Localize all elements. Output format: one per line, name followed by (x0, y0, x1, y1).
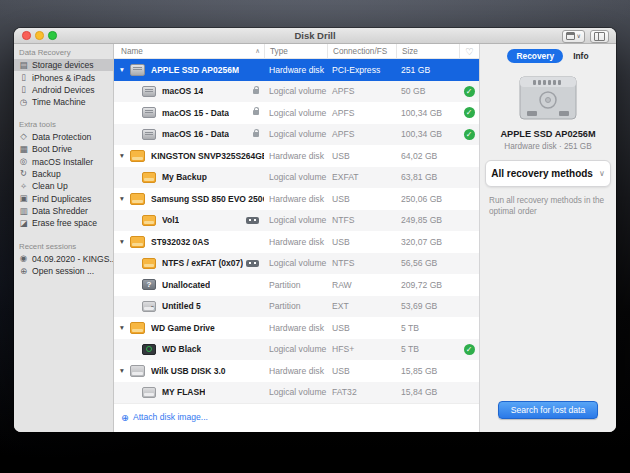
table-row-ntfs-exfat-0x07[interactable]: NTFS / exFAT (0x07)Logical volumeNTFS56,… (114, 253, 479, 275)
cell-name: ▾WD Game Drive (114, 322, 264, 334)
cell-name: ?Unallocated (114, 279, 264, 290)
cell-name: 5Untitled 5 (114, 301, 264, 312)
wd-black-drive-icon (142, 344, 156, 355)
cell-status: ✓ (459, 107, 479, 118)
table-row-st932032-0as[interactable]: ▾ST932032 0ASHardware diskUSB320,07 GB (114, 231, 479, 253)
table-row-wd-game-drive[interactable]: ▾WD Game DriveHardware diskUSB5 TB (114, 317, 479, 339)
table-row-apple-ssd-ap0256m[interactable]: ▾APPLE SSD AP0256MHardware diskPCI-Expre… (114, 59, 479, 81)
sidebar-item-label: 04.09.2020 - KINGS... (32, 254, 114, 264)
sidebar-item-label: macOS Installer (32, 157, 93, 167)
cell-size: 15,84 GB (396, 387, 459, 397)
table-row-samsung-ssd-850-evo-250g[interactable]: ▾Samsung SSD 850 EVO 250GHardware diskUS… (114, 188, 479, 210)
sidebar-item-boot-drive[interactable]: ▦Boot Drive (14, 143, 113, 155)
disclosure-triangle-icon[interactable]: ▾ (120, 237, 130, 247)
heart-icon: ♡ (465, 46, 474, 57)
tab-recovery[interactable]: Recovery (507, 49, 563, 63)
column-header-size[interactable]: Size (396, 44, 459, 58)
sidebar-item-android-devices[interactable]: ▯Android Devices (14, 84, 113, 96)
cell-type: Partition (264, 301, 327, 311)
table-row-kingston-snvp325s264gb[interactable]: ▾KINGSTON SNVP325S264GBHardware diskUSB6… (114, 145, 479, 167)
cell-name: Vol1 (114, 215, 264, 226)
column-header-type[interactable]: Type (264, 44, 327, 58)
partition-number-label: 5 (151, 306, 154, 311)
sidebar-item-time-machine[interactable]: ◷Time Machine (14, 96, 113, 108)
disclosure-triangle-icon[interactable]: ▾ (120, 366, 130, 376)
cell-name: ▾Samsung SSD 850 EVO 250G (114, 193, 264, 205)
sidebar: Data Recovery▤Storage devices▯iPhones & … (14, 44, 114, 432)
external-drive-icon (142, 215, 156, 226)
table-row-vol1[interactable]: Vol1Logical volumeNTFS249,85 GB (114, 210, 479, 232)
zoom-window-button[interactable] (48, 31, 57, 40)
sidebar-item-data-protection[interactable]: ◇Data Protection (14, 131, 113, 143)
cell-type: Hardware disk (264, 323, 327, 333)
device-name-label: Samsung SSD 850 EVO 250G (151, 194, 264, 204)
table-row-untitled-5[interactable]: 5Untitled 5PartitionEXT53,69 GB (114, 296, 479, 318)
column-header-type-label: Type (270, 47, 288, 56)
sidebar-item-macos-installer[interactable]: ◎macOS Installer (14, 155, 113, 167)
cell-connection: EXFAT (327, 172, 396, 182)
data-shredder-icon: ▥ (19, 207, 28, 216)
cell-size: 53,69 GB (396, 301, 459, 311)
table-row-macos-16-data[interactable]: macOS 16 - DataLogical volumeAPFS100,34 … (114, 124, 479, 146)
sidebar-item-label: Clean Up (32, 181, 68, 191)
sidebar-section-title: Recent sessions (14, 239, 113, 253)
cell-name: My Backup (114, 172, 264, 183)
table-row-macos-15-data[interactable]: macOS 15 - DataLogical volumeAPFS100,34 … (114, 102, 479, 124)
table-row-macos-14[interactable]: macOS 14Logical volumeAPFS50 GB✓ (114, 81, 479, 103)
recovery-method-dropdown[interactable]: All recovery methods ∨ (485, 160, 611, 187)
close-window-button[interactable] (22, 31, 31, 40)
view-options-button[interactable]: ∨ (562, 30, 585, 43)
sidebar-item-clean-up[interactable]: ✧Clean Up (14, 180, 113, 192)
table-row-unallocated[interactable]: ?UnallocatedPartitionRAW209,72 GB (114, 274, 479, 296)
disk-drill-window: Disk Drill ∨ Data Recovery▤Storage devic… (14, 28, 616, 432)
cell-connection: HFS+ (327, 344, 396, 354)
sidebar-section-title: Extra tools (14, 117, 113, 131)
disclosure-triangle-icon[interactable]: ▾ (120, 151, 130, 161)
cell-size: 63,81 GB (396, 172, 459, 182)
cell-name: ▾ST932032 0AS (114, 236, 264, 248)
column-header-name[interactable]: Name ∧ (114, 44, 264, 58)
cell-connection: USB (327, 194, 396, 204)
table-row-wilk-usb-disk-3-0[interactable]: ▾Wilk USB DISK 3.0Hardware diskUSB15,85 … (114, 360, 479, 382)
attach-disk-image-label: Attach disk image... (133, 412, 208, 422)
attach-row: ⊕ Attach disk image... (114, 403, 479, 432)
external-drive-icon (130, 150, 145, 162)
sidebar-item-iphones-ipads[interactable]: ▯iPhones & iPads (14, 71, 113, 83)
storage-devices-icon: ▤ (19, 61, 28, 70)
table-row-my-backup[interactable]: My BackupLogical volumeEXFAT63,81 GB (114, 167, 479, 189)
cell-status: ✓ (459, 344, 479, 355)
cell-size: 100,34 GB (396, 108, 459, 118)
device-name-label: NTFS / exFAT (0x07) (162, 258, 243, 268)
device-name-label: Untitled 5 (162, 301, 201, 311)
sidebar-item-data-shredder[interactable]: ▥Data Shredder (14, 205, 113, 217)
unknown-partition-icon: ? (142, 279, 156, 290)
disclosure-triangle-icon[interactable]: ▾ (120, 65, 130, 75)
disclosure-triangle-icon[interactable]: ▾ (120, 194, 130, 204)
search-for-lost-data-button[interactable]: Search for lost data (498, 401, 598, 419)
window-titlebar[interactable]: Disk Drill ∨ (14, 28, 616, 44)
sidebar-item-label: Backup (32, 169, 61, 179)
window-content: Data Recovery▤Storage devices▯iPhones & … (14, 44, 616, 432)
check-badge-icon: ✓ (464, 107, 475, 118)
panel-tabs: Recovery Info (507, 49, 588, 63)
toggle-sidebar-button[interactable] (590, 30, 609, 43)
cell-name: WD Black (114, 344, 264, 355)
attach-disk-image-link[interactable]: ⊕ Attach disk image... (121, 412, 208, 422)
sidebar-item-open-session[interactable]: ⊕Open session ... (14, 265, 113, 277)
column-header-favorite[interactable]: ♡ (459, 44, 479, 58)
table-row-my-flash[interactable]: MY FLASHLogical volumeFAT3215,84 GB (114, 382, 479, 404)
disclosure-triangle-icon[interactable]: ▾ (120, 323, 130, 333)
cell-connection: USB (327, 366, 396, 376)
sidebar-item-backup[interactable]: ↻Backup (14, 168, 113, 180)
column-header-connection[interactable]: Connection/FS (327, 44, 396, 58)
recovery-method-label: All recovery methods (491, 168, 593, 179)
sidebar-item-find-duplicates[interactable]: ▣Find Duplicates (14, 193, 113, 205)
minimize-window-button[interactable] (35, 31, 44, 40)
sidebar-item-erase-free-space[interactable]: ◪Erase free space (14, 217, 113, 229)
sidebar-item-04-09-2020-kings[interactable]: ◉04.09.2020 - KINGS... (14, 253, 113, 265)
check-badge-icon: ✓ (464, 86, 475, 97)
tab-info[interactable]: Info (573, 51, 588, 61)
table-row-wd-black[interactable]: WD BlackLogical volumeHFS+5 TB✓ (114, 339, 479, 361)
cell-type: Hardware disk (264, 237, 327, 247)
sidebar-item-storage-devices[interactable]: ▤Storage devices (14, 59, 113, 71)
